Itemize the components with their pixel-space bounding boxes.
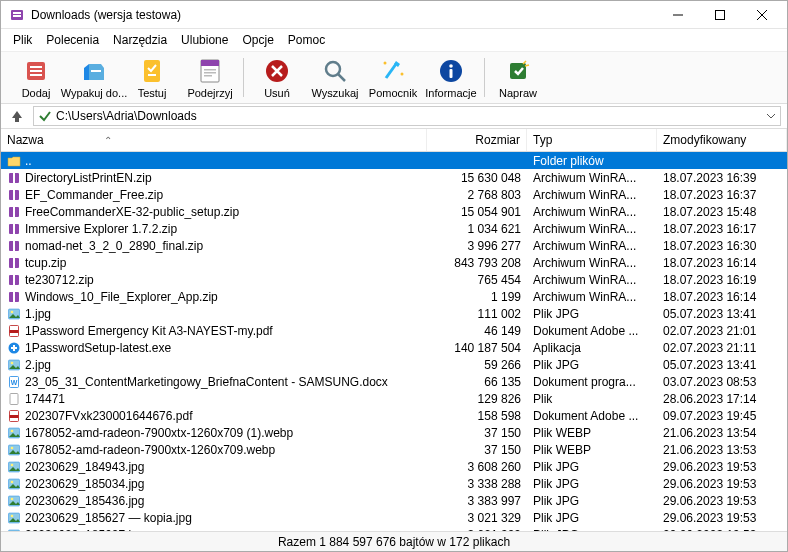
svg-rect-7 — [30, 74, 42, 76]
file-row[interactable]: te230712.zip765 454Archiwum WinRA...18.0… — [1, 271, 787, 288]
tool-dodaj[interactable]: Dodaj — [7, 54, 65, 101]
menu-polecenia[interactable]: Polecenia — [40, 31, 105, 49]
column-modified[interactable]: Zmodyfikowany — [657, 129, 787, 151]
column-name[interactable]: Nazwa ⌃ — [1, 129, 427, 151]
svg-text:W: W — [11, 379, 18, 386]
file-icon-jpg — [7, 511, 21, 525]
tool-label: Napraw — [499, 87, 537, 99]
menu-pomoc[interactable]: Pomoc — [282, 31, 331, 49]
file-row[interactable]: 20230629_185034.jpg3 338 288Plik JPG29.0… — [1, 475, 787, 492]
file-list[interactable]: ..Folder plikówDirectoryListPrintEN.zip1… — [1, 152, 787, 531]
file-row[interactable]: 1.jpg111 002Plik JPG05.07.2023 13:41 — [1, 305, 787, 322]
file-name: 20230629_184943.jpg — [25, 460, 144, 474]
file-name: 1678052-amd-radeon-7900xtx-1260x709.webp — [25, 443, 275, 457]
file-name: .. — [25, 154, 32, 168]
file-row[interactable]: W23_05_31_ContentMarketingowy_BriefnaCon… — [1, 373, 787, 390]
file-row[interactable]: EF_Commander_Free.zip2 768 803Archiwum W… — [1, 186, 787, 203]
file-name: 20230629_185627 — kopia.jpg — [25, 511, 192, 525]
file-modified: 02.07.2023 21:01 — [657, 323, 787, 339]
tool-wypakujdo[interactable]: Wypakuj do... — [65, 54, 123, 101]
file-row[interactable]: 1678052-amd-radeon-7900xtx-1260x709 (1).… — [1, 424, 787, 441]
file-row[interactable]: 20230629_184943.jpg3 608 260Plik JPG29.0… — [1, 458, 787, 475]
chevron-down-icon[interactable] — [766, 111, 776, 121]
file-size: 3 608 260 — [427, 459, 527, 475]
menu-plik[interactable]: Plik — [7, 31, 38, 49]
file-size: 111 002 — [427, 306, 527, 322]
close-button[interactable] — [741, 3, 783, 27]
file-name: Windows_10_File_Explorer_App.zip — [25, 290, 218, 304]
file-modified: 18.07.2023 15:48 — [657, 204, 787, 220]
file-row[interactable]: Windows_10_File_Explorer_App.zip1 199Arc… — [1, 288, 787, 305]
file-icon-pdf — [7, 324, 21, 338]
file-modified: 18.07.2023 16:17 — [657, 221, 787, 237]
file-size: 3 021 329 — [427, 510, 527, 526]
file-modified: 21.06.2023 13:53 — [657, 442, 787, 458]
navbar: C:\Users\Adria\Downloads — [1, 104, 787, 129]
file-row[interactable]: ..Folder plików — [1, 152, 787, 169]
tool-podejrzyj[interactable]: Podejrzyj — [181, 54, 239, 101]
file-type: Plik JPG — [527, 306, 657, 322]
svg-rect-23 — [510, 63, 526, 79]
file-icon-zip — [7, 239, 21, 253]
file-type: Plik JPG — [527, 357, 657, 373]
add-icon — [21, 56, 51, 86]
file-row[interactable]: nomad-net_3_2_0_2890_final.zip3 996 277A… — [1, 237, 787, 254]
file-row[interactable]: tcup.zip843 793 208Archiwum WinRA...18.0… — [1, 254, 787, 271]
file-name: te230712.zip — [25, 273, 94, 287]
file-type: Archiwum WinRA... — [527, 187, 657, 203]
file-modified — [657, 160, 787, 162]
file-size: 37 150 — [427, 425, 527, 441]
svg-rect-1 — [13, 12, 21, 14]
file-row[interactable]: 20230629_185436.jpg3 383 997Plik JPG29.0… — [1, 492, 787, 509]
file-row[interactable]: 20230629_185627 — kopia.jpg3 021 329Plik… — [1, 509, 787, 526]
file-modified: 09.07.2023 19:45 — [657, 408, 787, 424]
file-icon-jpg — [7, 358, 21, 372]
file-size — [427, 160, 527, 162]
file-row[interactable]: 202307FVxk230001644676.pdf158 598Dokumen… — [1, 407, 787, 424]
tool-wyszukaj[interactable]: Wyszukaj — [306, 54, 364, 101]
column-type[interactable]: Typ — [527, 129, 657, 151]
file-type: Plik JPG — [527, 510, 657, 526]
file-row[interactable]: 1678052-amd-radeon-7900xtx-1260x709.webp… — [1, 441, 787, 458]
file-modified: 18.07.2023 16:19 — [657, 272, 787, 288]
column-size[interactable]: Rozmiar — [427, 129, 527, 151]
svg-point-57 — [11, 446, 14, 449]
path-box[interactable]: C:\Users\Adria\Downloads — [33, 106, 781, 126]
app-icon — [9, 7, 25, 23]
svg-point-19 — [401, 73, 404, 76]
menu-opcje[interactable]: Opcje — [236, 31, 279, 49]
file-modified: 18.07.2023 16:37 — [657, 187, 787, 203]
file-row[interactable]: 2.jpg59 266Plik JPG05.07.2023 13:41 — [1, 356, 787, 373]
file-row[interactable]: FreeCommanderXE-32-public_setup.zip15 05… — [1, 203, 787, 220]
file-icon-folder-up — [7, 154, 21, 168]
file-name: 20230629_185436.jpg — [25, 494, 144, 508]
file-row[interactable]: Immersive Explorer 1.7.2.zip1 034 621Arc… — [1, 220, 787, 237]
file-row[interactable]: 174471129 826Plik28.06.2023 17:14 — [1, 390, 787, 407]
sort-indicator-icon: ⌃ — [104, 135, 112, 146]
svg-point-59 — [11, 463, 14, 466]
up-button[interactable] — [7, 106, 27, 126]
tool-informacje[interactable]: Informacje — [422, 54, 480, 101]
file-row[interactable]: 1Password Emergency Kit A3-NAYEST-my.pdf… — [1, 322, 787, 339]
tool-pomocnik[interactable]: Pomocnik — [364, 54, 422, 101]
tool-usun[interactable]: Usuń — [248, 54, 306, 101]
tool-napraw[interactable]: Napraw — [489, 54, 547, 101]
file-type: Folder plików — [527, 153, 657, 169]
file-modified: 21.06.2023 13:54 — [657, 425, 787, 441]
menubar: Plik Polecenia Narzędzia Ulubione Opcje … — [1, 29, 787, 52]
tool-label: Usuń — [264, 87, 290, 99]
minimize-button[interactable] — [657, 3, 699, 27]
menu-ulubione[interactable]: Ulubione — [175, 31, 234, 49]
file-size: 15 630 048 — [427, 170, 527, 186]
file-modified: 29.06.2023 19:53 — [657, 476, 787, 492]
file-row[interactable]: DirectoryListPrintEN.zip15 630 048Archiw… — [1, 169, 787, 186]
svg-point-65 — [11, 514, 14, 517]
tool-label: Testuj — [138, 87, 167, 99]
maximize-button[interactable] — [699, 3, 741, 27]
svg-rect-33 — [13, 241, 15, 251]
titlebar: Downloads (wersja testowa) — [1, 1, 787, 29]
file-row[interactable]: 1PasswordSetup-latest.exe140 187 504Apli… — [1, 339, 787, 356]
menu-narzedzia[interactable]: Narzędzia — [107, 31, 173, 49]
tool-testuj[interactable]: Testuj — [123, 54, 181, 101]
statusbar: Razem 1 884 597 676 bajtów w 172 plikach — [1, 531, 787, 551]
